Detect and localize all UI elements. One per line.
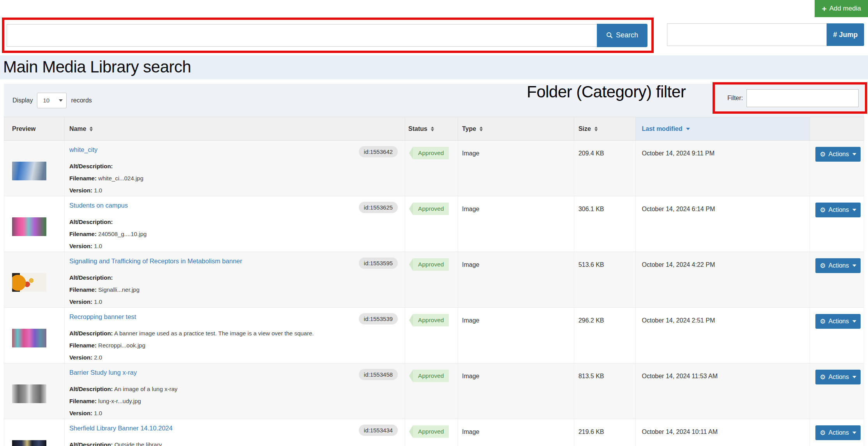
folder-filter-input[interactable]: [746, 89, 859, 107]
filename-line: Filename: Recroppi...ook.jpg: [69, 342, 398, 349]
table-body: white_city id:1553642 Alt/Description: F…: [4, 141, 864, 446]
jump-group: # Jump: [667, 23, 864, 46]
table-row: Students on campus id:1553625 Alt/Descri…: [4, 196, 864, 252]
status-badge: Approved: [413, 147, 449, 159]
type-cell: Image: [458, 196, 574, 252]
gear-icon: ⚙: [820, 318, 826, 325]
media-id-badge: id:1553595: [359, 257, 398, 269]
alt-description-line: Alt/Description:: [69, 163, 398, 169]
table-row: Barrier Study lung x-ray id:1553458 Alt/…: [4, 363, 864, 419]
media-thumbnail[interactable]: [12, 162, 46, 180]
filename-line: Filename: Signalli...ner.jpg: [69, 286, 398, 293]
name-cell: white_city id:1553642 Alt/Description: F…: [65, 141, 405, 196]
actions-cell: ⚙ Actions: [810, 252, 864, 307]
size-cell: 219.6 KB: [574, 419, 636, 446]
gear-icon: ⚙: [820, 374, 826, 381]
caret-down-icon: [852, 320, 856, 323]
page-size-select-wrap: 10: [37, 93, 67, 108]
media-id-badge: id:1553642: [359, 146, 398, 157]
actions-button[interactable]: ⚙ Actions: [815, 258, 861, 273]
type-cell: Image: [458, 419, 574, 446]
version-line: Version: 1.0: [69, 243, 398, 249]
filter-label: Filter:: [727, 95, 743, 102]
media-id-badge: id:1553625: [359, 202, 398, 213]
gear-icon: ⚙: [820, 207, 826, 213]
media-name-link[interactable]: Barrier Study lung x-ray: [69, 369, 137, 376]
plus-icon: +: [822, 5, 826, 13]
version-line: Version: 1.0: [69, 298, 398, 305]
media-name-link[interactable]: Signalling and Trafficking of Receptors …: [69, 257, 242, 265]
name-cell: Recropping banner test id:1553539 Alt/De…: [65, 308, 405, 363]
media-thumbnail[interactable]: [12, 440, 46, 446]
records-label: records: [71, 97, 92, 104]
status-cell: Approved: [405, 252, 458, 307]
page-title: Main Media Library search: [3, 55, 868, 79]
name-cell: Sherfield Library Banner 14.10.2024 id:1…: [65, 419, 405, 446]
actions-cell: ⚙ Actions: [810, 419, 864, 446]
media-thumbnail[interactable]: [12, 273, 46, 292]
media-id-badge: id:1553539: [359, 313, 398, 324]
table-header-row: PreviewNameStatusTypeSizeLast modified: [4, 117, 864, 141]
title-band: Main Media Library search: [0, 55, 868, 79]
name-cell: Students on campus id:1553625 Alt/Descri…: [65, 196, 405, 252]
version-line: Version: 1.0: [69, 410, 398, 416]
size-cell: 209.4 KB: [574, 141, 636, 196]
search-highlight-annotation: Search: [2, 18, 654, 53]
filter-highlight-annotation: Filter:: [713, 82, 867, 114]
actions-cell: ⚙ Actions: [810, 196, 864, 252]
actions-button[interactable]: ⚙ Actions: [815, 370, 861, 384]
media-thumbnail[interactable]: [12, 329, 46, 347]
search-input[interactable]: [7, 24, 597, 47]
media-thumbnail[interactable]: [12, 384, 46, 403]
table-row: Sherfield Library Banner 14.10.2024 id:1…: [4, 419, 864, 446]
column-header-name[interactable]: Name: [65, 117, 405, 140]
alt-description-line: Alt/Description: An image of a lung x-ra…: [69, 386, 398, 392]
alt-description-line: Alt/Description:: [69, 219, 398, 225]
actions-cell: ⚙ Actions: [810, 363, 864, 419]
type-cell: Image: [458, 308, 574, 363]
media-name-link[interactable]: Recropping banner test: [69, 313, 136, 321]
status-badge: Approved: [413, 425, 449, 438]
gear-icon: ⚙: [820, 430, 826, 436]
filename-line: Filename: white_ci...024.jpg: [69, 175, 398, 182]
caret-down-icon: [852, 153, 856, 155]
actions-button[interactable]: ⚙ Actions: [815, 147, 861, 162]
status-cell: Approved: [405, 363, 458, 419]
jump-input[interactable]: [667, 23, 827, 46]
column-header-status[interactable]: Status: [405, 117, 458, 140]
media-library-page: + Add media Search # Jump Main Media Lib…: [0, 0, 868, 446]
alt-description-line: Alt/Description:: [69, 274, 398, 281]
status-badge: Approved: [413, 370, 449, 382]
column-header-size[interactable]: Size: [574, 117, 636, 140]
media-id-badge: id:1553434: [359, 425, 398, 436]
column-header-type[interactable]: Type: [458, 117, 574, 140]
size-cell: 296.2 KB: [574, 308, 636, 363]
preview-cell: [4, 419, 65, 446]
column-header-last-modified[interactable]: Last modified: [636, 117, 810, 140]
status-cell: Approved: [405, 141, 458, 196]
page-size-select[interactable]: 10: [37, 93, 67, 108]
media-name-link[interactable]: white_city: [69, 146, 97, 153]
actions-button[interactable]: ⚙ Actions: [815, 425, 861, 440]
modified-cell: October 14, 2024 2:51 PM: [636, 308, 810, 363]
status-badge: Approved: [413, 258, 449, 271]
status-cell: Approved: [405, 196, 458, 252]
actions-button[interactable]: ⚙ Actions: [815, 203, 861, 217]
status-cell: Approved: [405, 308, 458, 363]
display-records-group: Display 10 records: [12, 93, 92, 108]
status-badge: Approved: [413, 314, 449, 326]
search-icon: [606, 32, 613, 39]
type-cell: Image: [458, 363, 574, 419]
search-button[interactable]: Search: [597, 24, 647, 47]
preview-cell: [4, 252, 65, 307]
actions-button[interactable]: ⚙ Actions: [815, 314, 861, 329]
caret-down-icon: [852, 264, 856, 267]
table-row: Signalling and Trafficking of Receptors …: [4, 252, 864, 308]
results-card: Display 10 records PreviewNameStatusType…: [4, 84, 864, 446]
media-thumbnail[interactable]: [12, 217, 46, 236]
media-name-link[interactable]: Sherfield Library Banner 14.10.2024: [69, 425, 173, 432]
jump-button[interactable]: # Jump: [827, 23, 864, 46]
add-media-button[interactable]: + Add media: [815, 0, 868, 17]
media-name-link[interactable]: Students on campus: [69, 202, 128, 209]
alt-description-line: Alt/Description: A banner image used as …: [69, 330, 398, 337]
